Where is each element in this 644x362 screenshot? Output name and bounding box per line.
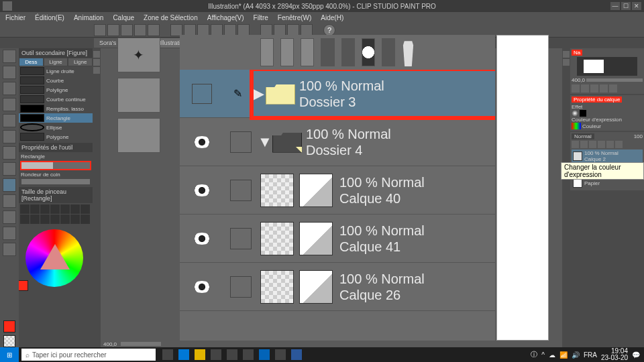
folder-chevron[interactable]: ▶ xyxy=(251,85,266,103)
toolbar-icon[interactable] xyxy=(134,24,146,36)
toolbar-icon[interactable] xyxy=(224,24,236,36)
handle-icon[interactable] xyxy=(93,59,100,66)
menu-filter[interactable]: Filtre xyxy=(254,14,268,21)
expression-color-text[interactable]: Couleur xyxy=(582,123,601,129)
visibility-eye-icon[interactable] xyxy=(192,233,212,245)
blendmode-select[interactable]: Normal xyxy=(572,133,594,139)
taskbar-app[interactable] xyxy=(227,349,237,360)
tool-pen[interactable] xyxy=(3,146,16,160)
menu-view[interactable]: Affichage(V) xyxy=(207,14,244,21)
taskbar-app[interactable] xyxy=(162,349,173,360)
menu-edit[interactable]: Édition(E) xyxy=(35,14,64,21)
tray-notifications-icon[interactable]: 💬 xyxy=(632,351,640,359)
lock-box[interactable] xyxy=(230,180,252,201)
tool-magnify[interactable] xyxy=(3,50,16,63)
menu-file[interactable]: Fichier xyxy=(5,14,25,21)
lock-box[interactable] xyxy=(230,228,252,249)
new-layer-button[interactable] xyxy=(260,38,274,66)
zoom-slider[interactable] xyxy=(121,342,161,346)
toolbar-icon[interactable] xyxy=(197,24,209,36)
handle-icon[interactable] xyxy=(563,51,570,58)
handle-icon[interactable] xyxy=(563,59,570,66)
toolbar-icon[interactable] xyxy=(184,24,196,36)
minimize-button[interactable]: — xyxy=(610,2,620,10)
subtool-ellipse[interactable]: Ellipse xyxy=(19,123,93,132)
layer-row-calque41[interactable]: 100 % Normal Calque 41 xyxy=(180,215,495,263)
fg-color-swatch[interactable] xyxy=(3,320,15,333)
start-button[interactable]: ⊞ xyxy=(0,347,19,362)
zoom-value[interactable]: 400,0 xyxy=(103,341,117,347)
toolprop-fillmode[interactable] xyxy=(20,161,91,170)
menu-window[interactable]: Fenêtre(W) xyxy=(278,14,312,21)
brush-presets[interactable] xyxy=(19,203,93,225)
tool-gradient[interactable] xyxy=(3,227,16,240)
mini-layer-btn[interactable] xyxy=(572,141,579,148)
visibility-eye-icon[interactable] xyxy=(192,281,212,293)
canvas[interactable] xyxy=(496,35,549,341)
nav-button[interactable] xyxy=(590,84,598,93)
folder-chevron[interactable]: ▼ xyxy=(258,133,272,151)
subtool-tab-line1[interactable]: Ligne xyxy=(44,58,68,66)
navigator-thumb[interactable] xyxy=(577,57,637,76)
merge-down-button[interactable] xyxy=(341,38,355,66)
taskbar-app[interactable] xyxy=(243,349,254,360)
nav-button[interactable] xyxy=(572,84,580,93)
tray-chevron-icon[interactable]: ^ xyxy=(541,351,545,359)
maximize-button[interactable]: ☐ xyxy=(621,2,631,10)
toolbar-icon[interactable] xyxy=(148,24,160,36)
color-wheel[interactable] xyxy=(19,225,90,292)
effect-icon[interactable] xyxy=(580,110,586,117)
mini-layer-row[interactable]: 100 % NormalCalque 2 xyxy=(572,149,643,163)
visibility-eye-icon[interactable] xyxy=(192,136,212,148)
subtool-curve[interactable]: Courbe xyxy=(19,76,93,85)
close-button[interactable]: ✕ xyxy=(632,2,641,10)
toolbar-icon[interactable] xyxy=(121,24,133,36)
tool-erase[interactable] xyxy=(3,243,16,256)
effect-icon[interactable] xyxy=(572,110,578,117)
tool-figure[interactable] xyxy=(3,178,16,192)
tool-text[interactable] xyxy=(3,194,16,208)
apply-mask-button[interactable] xyxy=(382,38,395,66)
new-folder-button[interactable] xyxy=(301,38,314,66)
folder-shortcut-new[interactable] xyxy=(117,78,160,113)
layer-row-folder3[interactable]: ✎ ▶ 100 % Normal Dossier 3 xyxy=(180,70,495,118)
taskbar-app[interactable] xyxy=(275,349,286,360)
transfer-down-button[interactable] xyxy=(321,38,334,66)
handle-icon[interactable] xyxy=(93,51,100,58)
subtool-contcurve[interactable]: Courbe continue xyxy=(19,95,93,104)
mini-layer-btn[interactable] xyxy=(580,141,588,148)
folder-shortcut-opt[interactable] xyxy=(117,118,160,153)
toolprop-round-slider[interactable] xyxy=(21,179,90,184)
tray-cloud-icon[interactable]: ☁ xyxy=(549,351,555,359)
layer-row-folder4[interactable]: ▼ 100 % Normal Dossier 4 xyxy=(180,118,495,166)
mini-layer-btn[interactable] xyxy=(589,141,596,148)
menu-animation[interactable]: Animation xyxy=(74,14,103,21)
tool-fill[interactable] xyxy=(3,210,16,224)
tool-brush[interactable] xyxy=(3,162,16,176)
tool-wand[interactable] xyxy=(3,114,16,127)
tray-lang[interactable]: FRA xyxy=(584,351,597,359)
mini-layer-btn[interactable] xyxy=(598,141,605,148)
nav-zoom-slider[interactable] xyxy=(586,78,643,82)
taskbar-search[interactable]: ⌕ Taper ici pour rechercher xyxy=(21,349,156,361)
tray-icon[interactable]: ⓘ xyxy=(531,350,537,359)
layer-row-calque40[interactable]: 100 % Normal Calque 40 xyxy=(180,166,495,215)
nav-button[interactable] xyxy=(581,84,589,93)
mask-button[interactable] xyxy=(362,38,375,66)
tray-volume-icon[interactable]: 🔊 xyxy=(572,351,580,359)
handle-icon[interactable] xyxy=(93,67,100,74)
visibility-box[interactable] xyxy=(192,84,212,104)
toolbar-icon[interactable] xyxy=(260,24,272,36)
toolbar-icon[interactable] xyxy=(170,24,182,36)
toolbar-icon[interactable] xyxy=(211,24,223,36)
toolbar-icon[interactable] xyxy=(237,24,250,36)
new-layer-button2[interactable] xyxy=(280,38,294,66)
subtool-tab-draw[interactable]: Dess xyxy=(19,58,44,66)
expression-color-icon[interactable] xyxy=(572,123,581,129)
color-fg-swatch[interactable] xyxy=(19,280,28,291)
menu-help[interactable]: Aide(H) xyxy=(321,14,343,21)
taskbar-app[interactable] xyxy=(178,349,189,360)
opacity-value[interactable]: 100 xyxy=(634,133,643,139)
toolbar-icon[interactable] xyxy=(301,24,313,36)
nav-zoom-value[interactable]: 400,0 xyxy=(572,77,585,83)
